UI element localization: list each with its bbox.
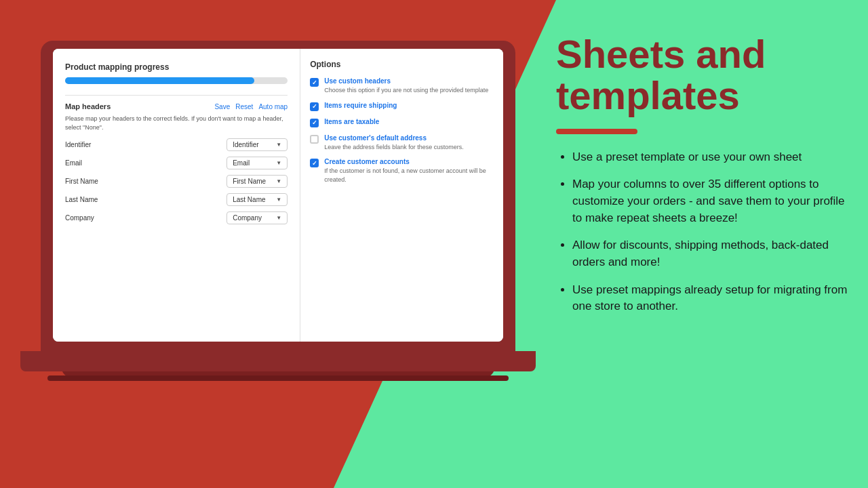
chevron-down-icon: ▼ <box>276 178 281 184</box>
checkbox-shipping[interactable] <box>310 102 319 111</box>
laptop-bezel: Product mapping progress Map headers Sav… <box>53 49 503 342</box>
progress-title: Product mapping progress <box>65 62 288 72</box>
map-headers-description: Please map your headers to the correct f… <box>65 115 288 131</box>
option-text-custom-headers: Use custom headers Choose this option if… <box>324 77 494 95</box>
title-underline <box>556 129 637 134</box>
field-row-firstname: First Name First Name ▼ <box>65 175 288 188</box>
option-label-shipping: Items require shipping <box>324 102 494 109</box>
option-label-default-address: Use customer's default address <box>324 134 494 142</box>
laptop-screen-outer: Product mapping progress Map headers Sav… <box>41 41 515 352</box>
laptop-base <box>20 351 536 371</box>
bullet-item-2: Map your columns to over 35 different op… <box>572 176 848 226</box>
feature-list: Use a preset template or use your own sh… <box>556 149 848 315</box>
field-row-email: Email Email ▼ <box>65 157 288 169</box>
progress-bar-background <box>65 77 288 84</box>
map-headers-actions: Save Reset Auto map <box>214 103 288 110</box>
laptop-foot <box>47 375 509 381</box>
option-item-default-address: Use customer's default address Leave the… <box>310 134 494 152</box>
option-item-custom-headers: Use custom headers Choose this option if… <box>310 77 494 95</box>
field-select-company[interactable]: Company ▼ <box>226 211 288 224</box>
field-label-email: Email <box>65 159 226 167</box>
progress-bar-fill <box>65 77 254 84</box>
divider <box>65 95 288 96</box>
checkbox-custom-headers[interactable] <box>310 78 319 87</box>
option-text-create-accounts: Create customer accounts If the customer… <box>324 158 494 184</box>
field-select-identifier[interactable]: Identifier ▼ <box>226 138 288 151</box>
left-panel: Product mapping progress Map headers Sav… <box>53 49 300 342</box>
option-text-taxable: Items are taxable <box>324 118 494 125</box>
option-desc-create-accounts: If the customer is not found, a new cust… <box>324 167 494 184</box>
save-link[interactable]: Save <box>214 103 230 110</box>
option-label-create-accounts: Create customer accounts <box>324 158 494 165</box>
reset-link[interactable]: Reset <box>235 103 253 110</box>
bullet-item-1: Use a preset template or use your own sh… <box>572 149 848 166</box>
field-select-lastname[interactable]: Last Name ▼ <box>226 193 288 206</box>
chevron-down-icon: ▼ <box>276 160 281 166</box>
laptop-screen-content: Product mapping progress Map headers Sav… <box>53 49 503 342</box>
field-row-company: Company Company ▼ <box>65 211 288 224</box>
field-label-identifier: Identifier <box>65 141 226 148</box>
checkbox-taxable[interactable] <box>310 119 319 127</box>
option-item-taxable: Items are taxable <box>310 118 494 127</box>
checkbox-create-accounts[interactable] <box>310 159 319 167</box>
field-label-lastname: Last Name <box>65 196 226 203</box>
bullet-item-4: Use preset mappings already setup for mi… <box>572 282 848 315</box>
map-headers-title: Map headers <box>65 102 111 110</box>
auto-map-link[interactable]: Auto map <box>258 103 288 110</box>
laptop: Product mapping progress Map headers Sav… <box>20 41 536 447</box>
option-desc-custom-headers: Choose this option if you are not using … <box>324 86 494 95</box>
field-row-identifier: Identifier Identifier ▼ <box>65 138 288 151</box>
map-headers-header: Map headers Save Reset Auto map <box>65 102 288 110</box>
field-label-firstname: First Name <box>65 178 226 185</box>
right-content: Sheets and templates Use a preset templa… <box>556 34 848 326</box>
field-row-lastname: Last Name Last Name ▼ <box>65 193 288 206</box>
option-label-custom-headers: Use custom headers <box>324 77 494 85</box>
options-panel: Options Use custom headers Choose this o… <box>300 49 503 342</box>
field-label-company: Company <box>65 214 226 222</box>
field-select-email[interactable]: Email ▼ <box>226 157 288 169</box>
chevron-down-icon: ▼ <box>276 142 281 148</box>
option-desc-default-address: Leave the address fields blank for these… <box>324 143 494 152</box>
chevron-down-icon: ▼ <box>276 197 281 203</box>
bullet-item-3: Allow for discounts, shipping methods, b… <box>572 237 848 270</box>
option-text-default-address: Use customer's default address Leave the… <box>324 134 494 152</box>
checkbox-default-address[interactable] <box>310 135 319 144</box>
main-title: Sheets and templates <box>556 34 848 117</box>
progress-section: Product mapping progress <box>65 62 288 84</box>
field-select-firstname[interactable]: First Name ▼ <box>226 175 288 188</box>
option-item-shipping: Items require shipping <box>310 102 494 111</box>
option-text-shipping: Items require shipping <box>324 102 494 109</box>
options-title: Options <box>310 60 494 69</box>
option-label-taxable: Items are taxable <box>324 118 494 125</box>
chevron-down-icon: ▼ <box>276 215 281 221</box>
option-item-create-accounts: Create customer accounts If the customer… <box>310 158 494 184</box>
